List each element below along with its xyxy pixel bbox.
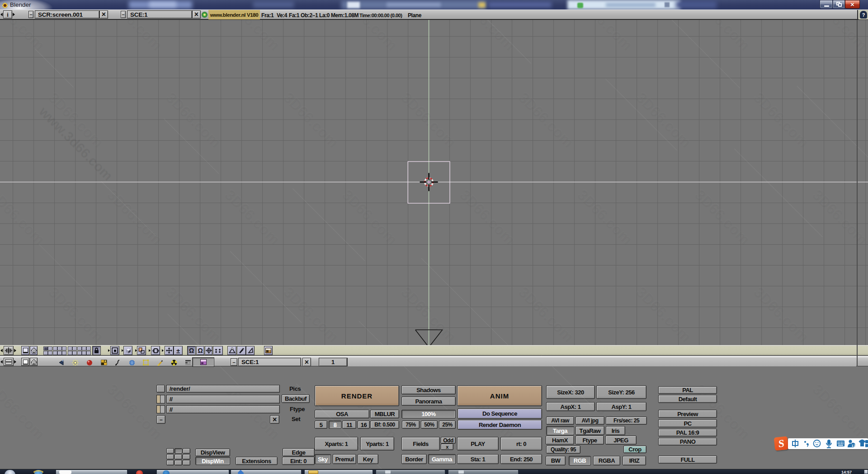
svg-text:17: 17 <box>852 444 856 448</box>
svg-text:T: T <box>140 348 142 351</box>
